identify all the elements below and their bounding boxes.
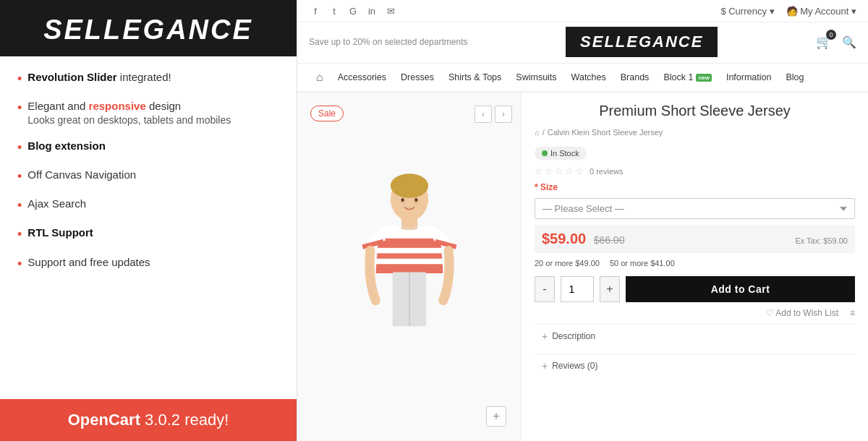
bullet-6: • [17, 226, 22, 244]
nav-blog[interactable]: Blog [778, 65, 811, 90]
nav-information[interactable]: Information [719, 65, 779, 90]
feature-revolution-slider: • Revolution Slider integrated! [17, 69, 279, 88]
feature-text-2: Elegant and responsive design Looks grea… [27, 98, 231, 128]
feature-bold-3: Blog extension [27, 140, 106, 152]
star-1[interactable]: ☆ [535, 166, 543, 176]
reviews-text: 0 reviews [590, 167, 623, 176]
star-3[interactable]: ☆ [555, 166, 563, 176]
svg-rect-5 [372, 264, 449, 273]
image-prev-btn[interactable]: ‹ [475, 106, 492, 123]
promo-text: Save up to 20% on selected departments [309, 37, 467, 47]
wishlist-btn[interactable]: ♡ Add to Wish List [766, 308, 838, 318]
bullet-7: • [17, 255, 22, 273]
features-list: • Revolution Slider integrated! • Elegan… [0, 56, 297, 399]
top-bar: f t G in ✉ $ Currency ▾ 🧑 My Account ▾ [297, 0, 868, 22]
accordion-description[interactable]: + Description [535, 324, 855, 348]
price-original: $66.00 [594, 234, 625, 246]
bullet-3: • [17, 139, 22, 157]
svg-point-13 [414, 198, 417, 202]
feature-ajax-search: • Ajax Search [17, 196, 279, 215]
googleplus-icon[interactable]: G [346, 4, 359, 17]
bullet-4: • [17, 168, 22, 186]
feature-blog: • Blog extension [17, 138, 279, 157]
bullet-5: • [17, 197, 22, 215]
stock-badge: In Stock [535, 147, 587, 160]
account-menu[interactable]: 🧑 My Account ▾ [786, 6, 856, 17]
linkedin-icon[interactable]: in [365, 4, 378, 17]
opencart-banner-text: OpenCart 3.0.2 ready! [68, 411, 229, 429]
feature-rtl: • RTL Support [17, 225, 279, 244]
feature-text-3: Blog extension [27, 138, 106, 153]
accordion-reviews-label: Reviews (0) [552, 361, 597, 371]
nav-home[interactable]: ⌂ [309, 64, 331, 91]
breadcrumb-item[interactable]: Calvin Klein Short Sleeve Jersey [548, 128, 663, 137]
nav-bar: ⌂ Accessories Dresses Shirts & Tops Swim… [297, 64, 868, 93]
star-4[interactable]: ☆ [565, 166, 574, 176]
accordion-plus-icon: + [542, 330, 548, 342]
star-2[interactable]: ☆ [545, 166, 553, 176]
price-ex-tax: Ex Tax: $59.00 [795, 236, 848, 245]
product-details: Premium Short Sleeve Jersey ⌂ / Calvin K… [522, 93, 868, 441]
price-group: $59.00 $66.00 [542, 231, 624, 247]
svg-point-1 [390, 174, 427, 198]
breadcrumb-separator: / [542, 128, 545, 137]
feature-responsive: • Elegant and responsive design Looks gr… [17, 98, 279, 128]
search-icon[interactable]: 🔍 [842, 35, 856, 49]
feature-off-canvas: • Off Canvas Navigation [17, 167, 279, 186]
top-bar-right: $ Currency ▾ 🧑 My Account ▾ [720, 6, 856, 17]
nav-shirts[interactable]: Shirts & Tops [441, 65, 509, 90]
image-next-btn[interactable]: › [495, 106, 512, 123]
feature-subtext-2: Looks great on desktops, tablets and mob… [27, 114, 231, 128]
nav-watches[interactable]: Watches [564, 65, 613, 90]
nav-block1[interactable]: Block 1 new [656, 65, 719, 90]
qty-minus-btn[interactable]: - [535, 276, 555, 302]
feature-text-5: Ajax Search [27, 196, 86, 211]
qty-plus-btn[interactable]: + [600, 276, 620, 302]
svg-rect-2 [401, 218, 417, 231]
cart-badge: 0 [826, 30, 836, 40]
accordion-reviews[interactable]: + Reviews (0) [535, 354, 855, 377]
nav-swimsuits[interactable]: Swimsuits [509, 65, 563, 90]
feature-text-7: Support and free updates [27, 254, 150, 270]
add-to-cart-btn[interactable]: Add to Cart [626, 276, 855, 302]
size-select[interactable]: — Please Select — S M L XL [535, 198, 855, 219]
bulk-price-2: 50 or more $41.00 [610, 259, 675, 267]
right-panel: f t G in ✉ $ Currency ▾ 🧑 My Account ▾ S… [297, 0, 868, 441]
nav-dresses[interactable]: Dresses [393, 65, 441, 90]
qty-cart-row: - + Add to Cart [535, 276, 855, 302]
feature-bold-6: RTL Support [27, 226, 93, 239]
wish-compare-row: ♡ Add to Wish List ≡ [535, 308, 855, 318]
logo-area: SELLEGANCE [0, 0, 297, 56]
stars: ☆ ☆ ☆ ☆ ☆ [535, 166, 584, 176]
product-title: Premium Short Sleeve Jersey [535, 103, 855, 119]
cart-icon-wrap[interactable]: 🛒 0 [816, 34, 832, 50]
facebook-icon[interactable]: f [309, 4, 322, 17]
twitter-icon[interactable]: t [328, 4, 341, 17]
breadcrumb: ⌂ / Calvin Klein Short Sleeve Jersey [535, 128, 855, 137]
email-icon[interactable]: ✉ [384, 4, 397, 17]
qty-input[interactable] [561, 276, 594, 302]
product-area: Sale ‹ › [297, 93, 868, 441]
star-5[interactable]: ☆ [575, 166, 584, 176]
compare-btn[interactable]: ≡ [850, 308, 855, 318]
stock-dot [542, 150, 548, 156]
nav-accessories[interactable]: Accessories [331, 65, 393, 90]
svg-rect-4 [372, 253, 449, 258]
feature-support: • Support and free updates [17, 254, 279, 273]
header-actions: 🛒 0 🔍 [816, 34, 856, 50]
header-area: Save up to 20% on selected departments S… [297, 22, 868, 64]
feature-text-4: Off Canvas Navigation [27, 167, 136, 182]
breadcrumb-home-icon[interactable]: ⌂ [535, 128, 540, 137]
currency-selector[interactable]: $ Currency ▾ [720, 6, 774, 17]
svg-point-12 [401, 198, 404, 202]
bulk-prices: 20 or more $49.00 50 or more $41.00 [535, 259, 855, 267]
social-icons: f t G in ✉ [309, 4, 397, 17]
left-panel: SELLEGANCE • Revolution Slider integrate… [0, 0, 297, 441]
nav-brands[interactable]: Brands [613, 65, 657, 90]
header-logo-text: SELLEGANCE [580, 33, 703, 51]
add-image-btn[interactable]: + [486, 406, 506, 427]
price-current: $59.00 [542, 231, 586, 247]
product-image-area: Sale ‹ › [297, 93, 522, 441]
price-row: $59.00 $66.00 Ex Tax: $59.00 [535, 225, 855, 253]
image-nav: ‹ › [475, 106, 512, 123]
